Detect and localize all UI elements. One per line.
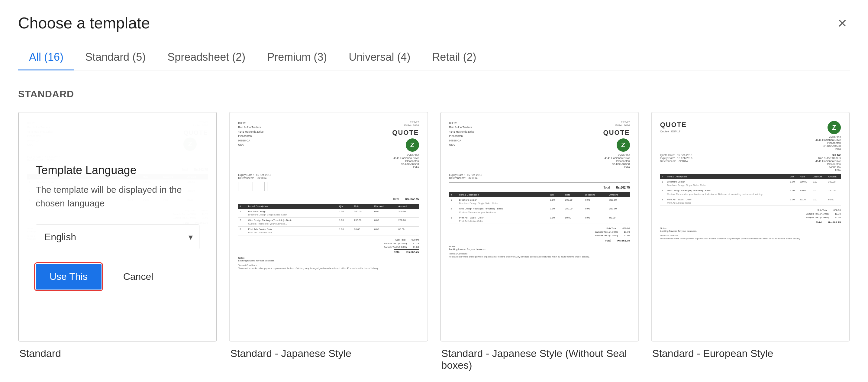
close-button[interactable]: × — [835, 12, 850, 34]
template-card-japanese-noseal[interactable]: Bill To:Rob & Joe Traders4141 Hacienda D… — [440, 112, 639, 371]
doc-preview-japanese: Bill To:Rob & Joe Traders4141 Hacienda D… — [238, 121, 419, 332]
cancel-button[interactable]: Cancel — [110, 264, 167, 290]
template-preview-european: QUOTE Quote# EST-17 Z Zylkar Inc4141 Hac… — [651, 112, 850, 342]
doc-preview-japanese-noseal: Bill To:Rob & Joe Traders4141 Hacienda D… — [449, 121, 630, 332]
lang-select-wrapper: English Japanese French German Spanish ▾ — [36, 225, 199, 249]
templates-grid: Bill To:Rob & Joe Traders4141 Hacienda D… — [18, 112, 850, 371]
tab-standard[interactable]: Standard (5) — [74, 45, 156, 70]
language-select[interactable]: English Japanese French German Spanish — [36, 225, 199, 249]
template-card-standard[interactable]: Bill To:Rob & Joe Traders4141 Hacienda D… — [18, 112, 217, 371]
doc-preview-european: QUOTE Quote# EST-17 Z Zylkar Inc4141 Hac… — [660, 121, 841, 332]
lang-overlay-description: The template will be displayed in the ch… — [36, 183, 199, 210]
modal-header: Choose a template × — [18, 12, 850, 34]
lang-overlay-title: Template Language — [36, 164, 199, 177]
template-name-european: Standard - European Style — [651, 348, 850, 359]
lang-action-buttons: Use This Cancel — [36, 264, 199, 290]
template-card-japanese[interactable]: Bill To:Rob & Joe Traders4141 Hacienda D… — [229, 112, 428, 371]
template-name-standard: Standard — [18, 348, 217, 359]
tab-spreadsheet[interactable]: Spreadsheet (2) — [156, 45, 256, 70]
template-language-overlay: Template Language The template will be d… — [19, 112, 216, 341]
choose-template-modal: Choose a template × All (16) Standard (5… — [0, 0, 868, 382]
template-name-japanese: Standard - Japanese Style — [229, 348, 428, 359]
tab-universal[interactable]: Universal (4) — [338, 45, 421, 70]
section-label-standard: STANDARD — [18, 89, 850, 100]
template-preview-japanese: Bill To:Rob & Joe Traders4141 Hacienda D… — [229, 112, 428, 342]
tab-premium[interactable]: Premium (3) — [256, 45, 338, 70]
template-preview-japanese-noseal: Bill To:Rob & Joe Traders4141 Hacienda D… — [440, 112, 639, 342]
template-preview-standard: Bill To:Rob & Joe Traders4141 Hacienda D… — [18, 112, 217, 342]
tab-retail[interactable]: Retail (2) — [421, 45, 487, 70]
modal-title: Choose a template — [18, 14, 150, 32]
template-card-european[interactable]: QUOTE Quote# EST-17 Z Zylkar Inc4141 Hac… — [651, 112, 850, 371]
template-name-japanese-noseal: Standard - Japanese Style (Without Seal … — [440, 348, 639, 371]
tab-bar: All (16) Standard (5) Spreadsheet (2) Pr… — [18, 45, 850, 70]
tab-all[interactable]: All (16) — [18, 45, 74, 70]
use-this-button[interactable]: Use This — [36, 264, 101, 290]
